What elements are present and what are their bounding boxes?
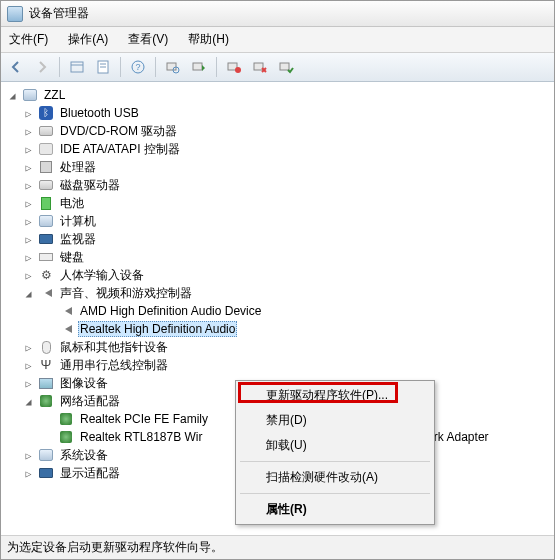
disk-icon bbox=[38, 177, 54, 193]
category-label: 计算机 bbox=[58, 213, 98, 230]
category-keyboard[interactable]: ▷ 键盘 bbox=[3, 248, 552, 266]
category-label: 系统设备 bbox=[58, 447, 110, 464]
expander-icon[interactable]: ▷ bbox=[23, 378, 34, 389]
category-label: 显示适配器 bbox=[58, 465, 122, 482]
expander-icon[interactable]: ▷ bbox=[23, 162, 34, 173]
sound-icon bbox=[58, 303, 74, 319]
window-title: 设备管理器 bbox=[29, 5, 89, 22]
help-button[interactable]: ? bbox=[127, 56, 149, 78]
category-label: 磁盘驱动器 bbox=[58, 177, 122, 194]
tree-root[interactable]: ◢ ZZL bbox=[3, 86, 552, 104]
network-icon bbox=[58, 429, 74, 445]
category-label: 人体学输入设备 bbox=[58, 267, 146, 284]
category-dvd[interactable]: ▷ DVD/CD-ROM 驱动器 bbox=[3, 122, 552, 140]
expander-icon[interactable]: ▷ bbox=[23, 270, 34, 281]
cpu-icon bbox=[38, 159, 54, 175]
category-disk[interactable]: ▷ 磁盘驱动器 bbox=[3, 176, 552, 194]
expander-icon[interactable]: ◢ bbox=[23, 396, 34, 407]
uninstall-button[interactable] bbox=[223, 56, 245, 78]
ctx-disable[interactable]: 禁用(D) bbox=[238, 408, 432, 433]
menu-help[interactable]: 帮助(H) bbox=[184, 29, 233, 50]
toolbar-separator bbox=[59, 57, 60, 77]
expander-icon[interactable]: ▷ bbox=[23, 144, 34, 155]
menu-action[interactable]: 操作(A) bbox=[64, 29, 112, 50]
menu-bar: 文件(F) 操作(A) 查看(V) 帮助(H) bbox=[1, 27, 554, 53]
scan-hardware-button[interactable] bbox=[162, 56, 184, 78]
category-ide[interactable]: ▷ IDE ATA/ATAPI 控制器 bbox=[3, 140, 552, 158]
toolbar-separator bbox=[155, 57, 156, 77]
expander-spacer bbox=[43, 306, 54, 317]
controller-icon bbox=[38, 141, 54, 157]
enable-button[interactable] bbox=[275, 56, 297, 78]
category-label: 网络适配器 bbox=[58, 393, 122, 410]
category-hid[interactable]: ▷ ⚙ 人体学输入设备 bbox=[3, 266, 552, 284]
back-button[interactable] bbox=[5, 56, 27, 78]
expander-icon[interactable]: ▷ bbox=[23, 180, 34, 191]
svg-rect-0 bbox=[71, 62, 83, 72]
keyboard-icon bbox=[38, 249, 54, 265]
properties-button[interactable] bbox=[92, 56, 114, 78]
context-menu: 更新驱动程序软件(P)... 禁用(D) 卸载(U) 扫描检测硬件改动(A) 属… bbox=[235, 380, 435, 525]
category-computer[interactable]: ▷ 计算机 bbox=[3, 212, 552, 230]
status-text: 为选定设备启动更新驱动程序软件向导。 bbox=[7, 540, 223, 554]
category-label: 通用串行总线控制器 bbox=[58, 357, 170, 374]
title-bar: 设备管理器 bbox=[1, 1, 554, 27]
device-label: AMD High Definition Audio Device bbox=[78, 304, 263, 318]
battery-icon bbox=[38, 195, 54, 211]
expander-icon[interactable]: ▷ bbox=[23, 342, 34, 353]
device-label: Realtek RTL8187B Wir bbox=[78, 430, 205, 444]
svg-rect-9 bbox=[193, 63, 202, 70]
expander-icon[interactable]: ▷ bbox=[23, 198, 34, 209]
show-hidden-button[interactable] bbox=[66, 56, 88, 78]
device-realtek-audio[interactable]: Realtek High Definition Audio bbox=[3, 320, 552, 338]
imaging-icon bbox=[38, 375, 54, 391]
toolbar: ? bbox=[1, 53, 554, 82]
ctx-scan-hardware[interactable]: 扫描检测硬件改动(A) bbox=[238, 465, 432, 490]
expander-icon[interactable]: ▷ bbox=[23, 126, 34, 137]
expander-icon[interactable]: ▷ bbox=[23, 468, 34, 479]
svg-rect-15 bbox=[280, 63, 289, 70]
device-amd-audio[interactable]: AMD High Definition Audio Device bbox=[3, 302, 552, 320]
ctx-divider bbox=[240, 461, 430, 462]
usb-icon: Ψ bbox=[38, 357, 54, 373]
expander-icon[interactable]: ▷ bbox=[23, 450, 34, 461]
ctx-divider bbox=[240, 493, 430, 494]
category-label: DVD/CD-ROM 驱动器 bbox=[58, 123, 179, 140]
category-cpu[interactable]: ▷ 处理器 bbox=[3, 158, 552, 176]
menu-view[interactable]: 查看(V) bbox=[124, 29, 172, 50]
toolbar-separator bbox=[216, 57, 217, 77]
mouse-icon bbox=[38, 339, 54, 355]
category-label: Bluetooth USB bbox=[58, 106, 141, 120]
expander-icon[interactable]: ◢ bbox=[7, 90, 18, 101]
expander-spacer bbox=[43, 432, 54, 443]
update-driver-button[interactable] bbox=[188, 56, 210, 78]
expander-icon[interactable]: ◢ bbox=[23, 288, 34, 299]
network-icon bbox=[38, 393, 54, 409]
category-usb[interactable]: ▷ Ψ 通用串行总线控制器 bbox=[3, 356, 552, 374]
category-label: 鼠标和其他指针设备 bbox=[58, 339, 170, 356]
expander-icon[interactable]: ▷ bbox=[23, 216, 34, 227]
expander-icon[interactable]: ▷ bbox=[23, 108, 34, 119]
category-sound[interactable]: ◢ 声音、视频和游戏控制器 bbox=[3, 284, 552, 302]
category-monitor[interactable]: ▷ 监视器 bbox=[3, 230, 552, 248]
ctx-update-driver[interactable]: 更新驱动程序软件(P)... bbox=[238, 383, 432, 408]
display-icon bbox=[38, 465, 54, 481]
category-label: 处理器 bbox=[58, 159, 98, 176]
expander-spacer bbox=[43, 324, 54, 335]
category-label: 声音、视频和游戏控制器 bbox=[58, 285, 194, 302]
category-battery[interactable]: ▷ 电池 bbox=[3, 194, 552, 212]
ctx-uninstall[interactable]: 卸载(U) bbox=[238, 433, 432, 458]
computer-icon bbox=[38, 213, 54, 229]
expander-icon[interactable]: ▷ bbox=[23, 360, 34, 371]
monitor-icon bbox=[38, 231, 54, 247]
disable-button[interactable] bbox=[249, 56, 271, 78]
expander-icon[interactable]: ▷ bbox=[23, 252, 34, 263]
category-mouse[interactable]: ▷ 鼠标和其他指针设备 bbox=[3, 338, 552, 356]
device-label: Realtek High Definition Audio bbox=[78, 321, 237, 337]
expander-icon[interactable]: ▷ bbox=[23, 234, 34, 245]
category-label: IDE ATA/ATAPI 控制器 bbox=[58, 141, 182, 158]
category-bluetooth[interactable]: ▷ ᛒ Bluetooth USB bbox=[3, 104, 552, 122]
forward-button[interactable] bbox=[31, 56, 53, 78]
ctx-properties[interactable]: 属性(R) bbox=[238, 497, 432, 522]
menu-file[interactable]: 文件(F) bbox=[5, 29, 52, 50]
